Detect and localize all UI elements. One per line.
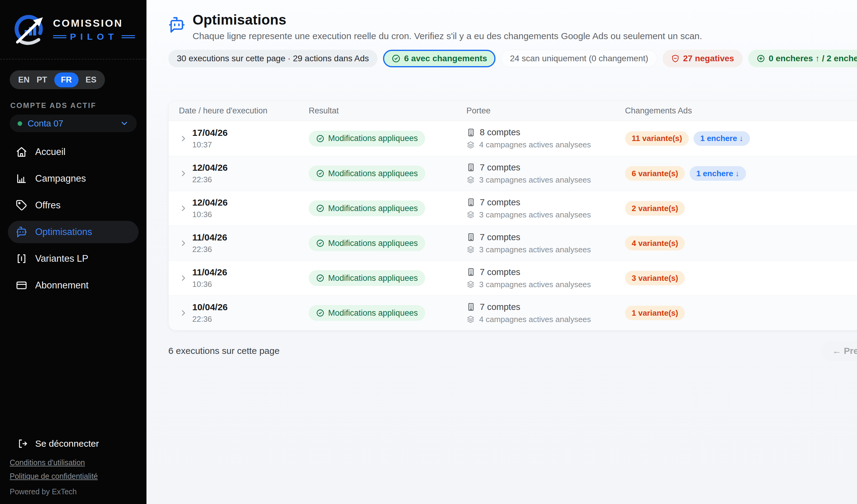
sidebar: COMISSION PILOT EN PT FR ES COMPTE ADS A…: [0, 0, 147, 504]
brand-dash-right: [122, 35, 135, 38]
logout-button[interactable]: Se déconnecter: [10, 438, 137, 449]
bot-icon: [16, 226, 27, 238]
pagination: 6 executions sur cette page ← Precedent …: [168, 341, 857, 361]
execution-time: 10:36: [192, 280, 309, 289]
building-icon: [466, 302, 475, 312]
table-row[interactable]: 11/04/26 22:36 Modifications appliquees …: [169, 225, 857, 261]
campaigns-analyzed: 4 campagnes actives analysees: [479, 315, 591, 324]
check-circle-icon: [316, 169, 324, 178]
sidebar-item-variantes-lp[interactable]: Variantes LP: [8, 248, 139, 270]
chevron-right-icon[interactable]: [179, 134, 188, 143]
check-circle-icon: [316, 134, 324, 143]
campaigns-analyzed: 3 campagnes actives analysees: [479, 210, 591, 220]
layers-icon: [466, 211, 475, 219]
variants-badge: 2 variante(s): [625, 201, 685, 216]
shield-minus-icon: [671, 54, 679, 63]
tag-icon: [16, 200, 27, 211]
table-row[interactable]: 12/04/26 22:36 Modifications appliquees …: [169, 156, 857, 191]
main-content: Optimisations Chaque ligne represente un…: [147, 0, 857, 504]
previous-page-button[interactable]: ← Precedent: [821, 341, 857, 361]
sidebar-item-optimisations[interactable]: Optimisations: [8, 221, 139, 243]
check-circle-icon: [316, 239, 324, 248]
layers-icon: [466, 280, 475, 289]
language-switcher: EN PT FR ES: [10, 70, 105, 89]
home-icon: [16, 146, 27, 158]
chip-negatives[interactable]: 27 negatives: [662, 50, 743, 67]
table-row[interactable]: 12/04/26 10:36 Modifications appliquees …: [169, 191, 857, 225]
column-header-scope: Portee: [466, 106, 625, 116]
status-badge: Modifications appliquees: [309, 166, 425, 181]
sidebar-item-label: Variantes LP: [35, 253, 88, 264]
status-badge: Modifications appliquees: [309, 305, 425, 321]
account-section-label: COMPTE ADS ACTIF: [10, 101, 147, 110]
check-circle-icon: [391, 54, 401, 63]
sidebar-item-offres[interactable]: Offres: [8, 194, 139, 217]
account-select[interactable]: Conta 07: [10, 115, 137, 132]
terms-link[interactable]: Conditions d'utilisation: [10, 458, 85, 467]
execution-date: 12/04/26: [192, 197, 309, 208]
lang-button-fr[interactable]: FR: [54, 72, 79, 87]
chip-scan-only[interactable]: 24 scan uniquement (0 changement): [501, 50, 657, 67]
chevron-down-icon: [120, 119, 129, 128]
campaigns-analyzed: 3 campagnes actives analysees: [479, 280, 591, 289]
account-select-value: Conta 07: [28, 119, 63, 129]
accounts-count: 7 comptes: [480, 302, 520, 312]
column-header-result: Resultat: [309, 106, 466, 116]
layers-icon: [466, 141, 475, 149]
brand-subname: PILOT: [70, 32, 118, 42]
powered-by: Powered by ExTech: [10, 487, 137, 496]
campaigns-analyzed: 3 campagnes actives analysees: [479, 245, 591, 254]
chevron-right-icon[interactable]: [179, 273, 188, 283]
chip-executions-summary[interactable]: 30 executions sur cette page · 29 action…: [168, 50, 377, 67]
pagination-summary: 6 executions sur cette page: [168, 346, 280, 356]
chevron-right-icon[interactable]: [179, 239, 188, 248]
column-header-date: Date / heure d'execution: [179, 106, 309, 116]
execution-date: 10/04/26: [192, 302, 309, 312]
execution-time: 10:36: [192, 210, 309, 219]
column-header-changes: Changements Ads: [625, 106, 761, 116]
building-icon: [466, 128, 475, 137]
lang-button-pt[interactable]: PT: [37, 73, 47, 87]
sidebar-item-label: Accueil: [35, 147, 66, 157]
account-status-dot: [18, 121, 22, 126]
chip-bids-up-down[interactable]: 0 encheres ↑ / 2 encheres ↓: [748, 50, 857, 67]
sidebar-item-accueil[interactable]: Accueil: [8, 141, 139, 163]
status-badge: Modifications appliquees: [309, 131, 425, 147]
accounts-count: 7 comptes: [480, 232, 520, 242]
check-circle-icon: [316, 274, 324, 282]
chevron-right-icon[interactable]: [179, 169, 188, 178]
chevron-right-icon[interactable]: [179, 204, 188, 213]
brand-logo: COMISSION PILOT: [0, 0, 147, 60]
lang-button-es[interactable]: ES: [85, 73, 97, 87]
chevron-right-icon[interactable]: [179, 308, 188, 318]
table-row[interactable]: 17/04/26 10:37 Modifications appliquees …: [169, 121, 857, 156]
sidebar-item-abonnement[interactable]: Abonnement: [8, 274, 139, 297]
campaigns-analyzed: 3 campagnes actives analysees: [479, 175, 591, 185]
execution-time: 22:36: [192, 175, 309, 184]
bot-icon: [168, 16, 185, 33]
sidebar-item-campagnes[interactable]: Campagnes: [8, 167, 139, 190]
variants-badge: 1 variante(s): [625, 306, 685, 320]
filter-chips: 30 executions sur cette page · 29 action…: [168, 50, 857, 67]
building-icon: [466, 198, 475, 207]
sidebar-item-label: Optimisations: [35, 226, 92, 237]
bar-chart-icon: [16, 173, 27, 184]
layers-icon: [466, 245, 475, 254]
accounts-count: 8 comptes: [480, 128, 520, 137]
execution-date: 17/04/26: [192, 128, 309, 138]
accounts-count: 7 comptes: [480, 267, 520, 277]
brand-name: COMISSION: [53, 17, 135, 29]
chip-with-changes[interactable]: 6 avec changements: [383, 50, 496, 67]
execution-date: 12/04/26: [192, 163, 309, 173]
privacy-link[interactable]: Politique de confidentialité: [10, 472, 98, 481]
brand-logo-icon: [12, 11, 49, 48]
lang-button-en[interactable]: EN: [18, 73, 30, 87]
execution-time: 22:36: [192, 315, 309, 324]
table-row[interactable]: 10/04/26 22:36 Modifications appliquees …: [169, 296, 857, 330]
bid-badge: 1 enchere ↓: [690, 166, 746, 181]
execution-date: 11/04/26: [192, 232, 309, 242]
check-circle-icon: [316, 309, 324, 317]
variants-badge: 3 variante(s): [625, 271, 685, 285]
table-row[interactable]: 11/04/26 10:36 Modifications appliquees …: [169, 261, 857, 296]
variants-badge: 6 variante(s): [625, 166, 685, 181]
